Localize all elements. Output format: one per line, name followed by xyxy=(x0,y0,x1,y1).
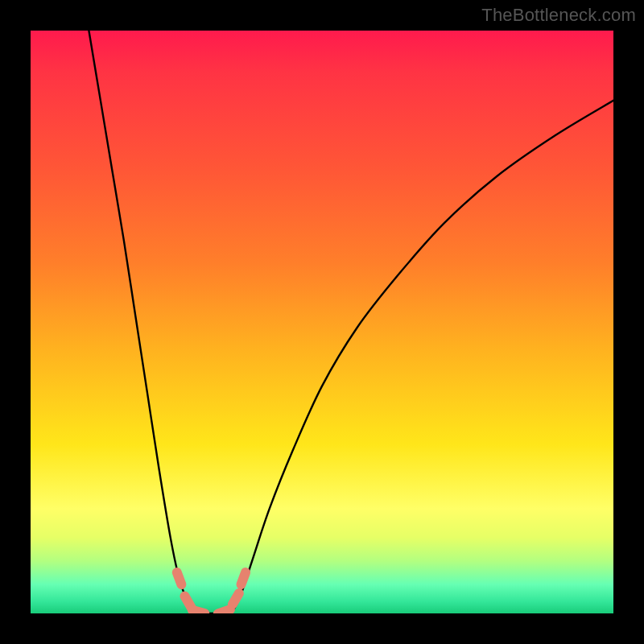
valley-marker xyxy=(192,610,204,613)
bottleneck-curve xyxy=(89,31,613,613)
chart-frame: TheBottleneck.com xyxy=(0,0,644,644)
valley-markers xyxy=(177,572,246,613)
valley-marker xyxy=(233,593,239,605)
watermark-text: TheBottleneck.com xyxy=(481,5,636,26)
curve-layer xyxy=(31,31,613,613)
valley-marker xyxy=(218,609,230,613)
valley-marker xyxy=(177,572,182,584)
plot-area xyxy=(31,31,613,613)
valley-marker xyxy=(241,572,246,584)
